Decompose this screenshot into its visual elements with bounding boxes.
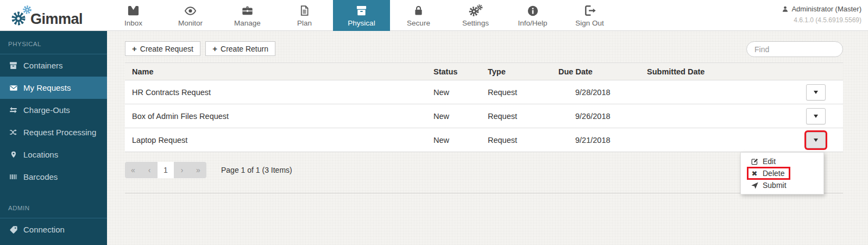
nav-tab-physical[interactable]: Physical <box>333 0 390 31</box>
cell-actions <box>789 108 843 124</box>
table-row[interactable]: Box of Admin Files Request New Request 9… <box>125 104 843 128</box>
sidebar-item-label: My Requests <box>23 83 71 92</box>
row-actions-dropdown-button[interactable] <box>806 84 826 100</box>
gimmal-logo: Gimmal <box>8 4 83 28</box>
menu-item-delete-annotated[interactable]: ✖ Delete <box>741 167 823 179</box>
sidebar: PHYSICAL Containers My Requests Charge-O… <box>0 31 107 245</box>
nav-tab-settings[interactable]: Settings <box>447 0 504 31</box>
sidebar-item-label: Barcodes <box>23 172 58 181</box>
cell-name: HR Contracts Request <box>125 88 426 97</box>
document-icon <box>299 4 310 17</box>
page-next-button[interactable]: › <box>174 162 190 178</box>
nav-tab-plan[interactable]: Plan <box>276 0 333 31</box>
sidebar-gap <box>0 188 107 195</box>
send-icon <box>750 181 759 190</box>
create-return-button[interactable]: + Create Return <box>205 41 275 56</box>
row-actions-dropdown-button[interactable] <box>806 108 826 124</box>
nav-tab-secure[interactable]: Secure <box>390 0 447 31</box>
pagination: « ‹ 1 › » Page 1 of 1 (3 Items) <box>125 162 843 178</box>
sidebar-item-label: Containers <box>23 61 63 70</box>
edit-icon <box>750 158 759 166</box>
nav-label: Manage <box>234 19 261 27</box>
delete-x-icon: ✖ <box>750 169 759 178</box>
cell-actions <box>789 84 843 100</box>
column-header-type[interactable]: Type <box>481 67 551 76</box>
lock-icon <box>413 4 424 17</box>
column-header-submitted-date[interactable]: Submitted Date <box>640 67 789 76</box>
nav-tab-monitor[interactable]: Monitor <box>162 0 219 31</box>
sidebar-item-label: Locations <box>23 150 58 159</box>
exchange-arrows-icon <box>8 106 18 114</box>
current-user[interactable]: Administrator (Master) <box>782 5 861 13</box>
table-header-row: Name Status Type Due Date Submitted Date <box>125 62 843 80</box>
nav-label: Inbox <box>124 19 142 27</box>
cell-actions <box>789 132 843 148</box>
page-number-current[interactable]: 1 <box>158 162 174 178</box>
person-icon <box>782 5 789 12</box>
pagination-summary: Page 1 of 1 (3 Items) <box>221 166 292 174</box>
table-row[interactable]: Laptop Request New Request 9/21/2018 <box>125 128 843 152</box>
red-annotation-box: ✖ Delete <box>747 167 790 180</box>
column-header-due-date[interactable]: Due Date <box>551 67 640 76</box>
menu-item-label: Delete <box>763 169 784 178</box>
menu-item-edit[interactable]: Edit <box>741 155 823 167</box>
pager-buttons: « ‹ 1 › » <box>125 162 206 178</box>
nav-tab-sign-out[interactable]: Sign Out <box>561 0 618 31</box>
sidebar-item-barcodes[interactable]: Barcodes <box>0 166 107 188</box>
row-actions-menu: Edit ✖ Delete Submit <box>740 152 824 194</box>
cell-due-date: 9/21/2018 <box>551 136 640 145</box>
sidebar-item-charge-outs[interactable]: Charge-Outs <box>0 99 107 121</box>
main-nav: Inbox Monitor Manage Plan <box>105 0 618 31</box>
nav-label: Secure <box>407 19 430 27</box>
nav-tab-manage[interactable]: Manage <box>219 0 276 31</box>
page-last-button[interactable]: » <box>190 162 206 178</box>
page-prev-button[interactable]: ‹ <box>141 162 158 178</box>
user-block: Administrator (Master) 4.6.1.0 (4.5.6919… <box>782 5 861 24</box>
gears-icon <box>468 4 483 17</box>
nav-tab-inbox[interactable]: Inbox <box>105 0 162 31</box>
menu-item-submit[interactable]: Submit <box>741 179 823 191</box>
cell-type: Request <box>481 112 551 121</box>
top-navigation-bar: Gimmal Inbox Monitor Manage <box>0 0 868 31</box>
sidebar-item-request-processing[interactable]: Request Processing <box>0 121 107 143</box>
menu-item-label: Edit <box>763 157 776 166</box>
create-request-label: Create Request <box>140 45 193 53</box>
barcode-icon <box>8 173 18 181</box>
table-row[interactable]: HR Contracts Request New Request 9/28/20… <box>125 80 843 104</box>
page-first-button[interactable]: « <box>125 162 141 178</box>
user-name: Administrator (Master) <box>791 5 861 13</box>
find-input[interactable] <box>746 41 843 57</box>
cell-due-date: 9/28/2018 <box>551 88 640 97</box>
nav-label: Monitor <box>178 19 203 27</box>
create-return-label: Create Return <box>221 45 268 53</box>
menu-item-label: Submit <box>763 181 787 190</box>
main-content: + Create Request + Create Return Name St… <box>107 31 868 245</box>
nav-label: Physical <box>348 19 375 27</box>
toolbar-buttons: + Create Request + Create Return <box>125 41 278 56</box>
create-request-button[interactable]: + Create Request <box>125 41 200 56</box>
plus-icon: + <box>132 44 137 53</box>
sidebar-item-locations[interactable]: Locations <box>0 143 107 166</box>
cell-type: Request <box>481 136 551 145</box>
cell-type: Request <box>481 88 551 97</box>
sidebar-section-admin: ADMIN <box>0 195 107 218</box>
sidebar-item-connection[interactable]: Connection <box>0 218 107 241</box>
caret-down-icon <box>814 115 818 118</box>
sidebar-item-label: Request Processing <box>23 128 96 137</box>
column-header-status[interactable]: Status <box>426 67 481 76</box>
content-divider <box>125 193 843 193</box>
plus-icon: + <box>212 44 217 53</box>
row-actions-dropdown-button-open-annotated[interactable] <box>806 132 826 148</box>
sidebar-item-label: Connection <box>23 225 65 234</box>
eye-icon <box>184 4 197 17</box>
sidebar-item-my-requests[interactable]: My Requests <box>0 77 107 99</box>
column-header-name[interactable]: Name <box>125 67 426 76</box>
archive-box-icon <box>8 61 18 70</box>
cell-status: New <box>426 112 481 121</box>
tag-icon <box>8 225 18 234</box>
shuffle-icon <box>8 128 18 136</box>
envelope-icon <box>8 84 18 92</box>
sidebar-item-containers[interactable]: Containers <box>0 54 107 77</box>
nav-tab-info-help[interactable]: Info/Help <box>504 0 561 31</box>
requests-table: Name Status Type Due Date Submitted Date… <box>125 62 843 152</box>
